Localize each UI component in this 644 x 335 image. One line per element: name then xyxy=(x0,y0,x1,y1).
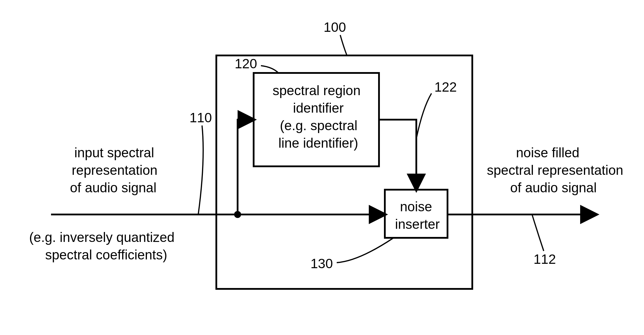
sri-l2: identifier xyxy=(293,100,344,117)
input-label-l3: of audio signal xyxy=(70,179,157,196)
ni-l2: inserter xyxy=(395,216,440,233)
ref-112: 112 xyxy=(534,251,556,268)
sri-l4: line identifier) xyxy=(278,135,358,152)
ref-110: 110 xyxy=(189,109,212,126)
ref-130: 130 xyxy=(310,255,333,272)
ref-122: 122 xyxy=(434,79,457,96)
sri-l3: (e.g. spectral xyxy=(280,117,357,134)
ni-l1: noise xyxy=(400,198,432,215)
input-label-l1: input spectral xyxy=(74,144,154,161)
input-sub-l1: (e.g. inversely quantized xyxy=(29,229,175,246)
input-label-l2: representation xyxy=(72,162,157,179)
output-l2: spectral representation xyxy=(487,162,623,179)
output-l3: of audio signal xyxy=(510,179,597,196)
sri-l1: spectral region xyxy=(273,82,361,99)
ref-100: 100 xyxy=(324,19,346,36)
output-l1: noise filled xyxy=(516,144,579,161)
input-sub-l2: spectral coefficients) xyxy=(45,247,167,264)
ref-120: 120 xyxy=(235,55,257,72)
diagram-canvas: 100 120 110 122 130 112 input spectral r… xyxy=(0,0,644,335)
